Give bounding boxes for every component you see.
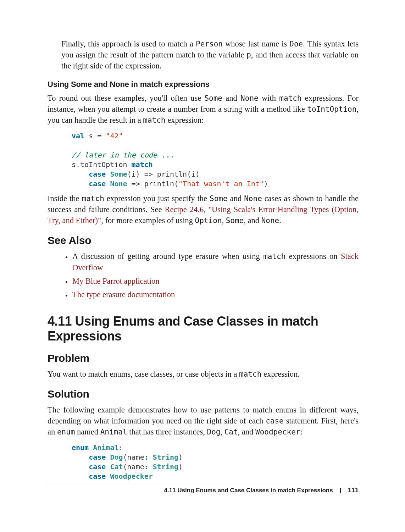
code-none: None bbox=[240, 94, 259, 102]
sp bbox=[89, 443, 93, 452]
indent bbox=[72, 462, 89, 471]
sig: ) bbox=[178, 462, 183, 471]
cls-string: String bbox=[153, 462, 178, 471]
code-text: => println( bbox=[127, 179, 179, 188]
text: : bbox=[300, 427, 302, 436]
cls-none: None bbox=[110, 179, 127, 188]
kw-val: val bbox=[72, 132, 84, 140]
text: and bbox=[222, 94, 240, 102]
code-p: p bbox=[246, 51, 251, 59]
sp bbox=[106, 472, 110, 481]
comment: // later in the code ... bbox=[72, 151, 174, 159]
list-item: A discussion of getting around type eras… bbox=[72, 251, 359, 273]
text: Finally, this approach is used to match … bbox=[61, 39, 196, 48]
code-dog: Dog bbox=[207, 428, 220, 436]
text: , bbox=[222, 216, 226, 225]
code-text bbox=[106, 170, 110, 178]
code-block-2: enum Animal: case Dog(name: String) case… bbox=[72, 443, 359, 481]
code-match2: match bbox=[143, 116, 165, 124]
sig: ) bbox=[178, 453, 183, 461]
colon: : bbox=[118, 443, 123, 452]
code-none2: None bbox=[261, 216, 279, 225]
kw-case: case bbox=[89, 462, 106, 471]
cls-woodpecker: Woodpecker bbox=[110, 472, 152, 481]
code-woodpecker: Woodpecker bbox=[255, 428, 300, 436]
code-text: ) bbox=[264, 179, 268, 188]
text: , and bbox=[238, 427, 255, 436]
section-heading-4-11: 4.11 Using Enums and Case Classes in mat… bbox=[48, 314, 359, 344]
list-item: The type erasure documentation bbox=[72, 289, 359, 300]
sp bbox=[106, 453, 110, 461]
text: whose last name is bbox=[223, 39, 289, 48]
kw-case: case bbox=[89, 472, 106, 481]
text: You want to match enums, case classes, o… bbox=[48, 370, 239, 378]
page: Finally, this approach is used to match … bbox=[0, 0, 405, 532]
cls-dog: Dog bbox=[110, 453, 123, 461]
text: expression you just specify the bbox=[104, 194, 210, 203]
text: , for more examples of using bbox=[101, 216, 195, 225]
text: that has three instances, bbox=[127, 427, 207, 436]
indent bbox=[72, 472, 89, 481]
code-match: match bbox=[82, 194, 104, 203]
code-match: match bbox=[239, 370, 261, 378]
code-text bbox=[106, 179, 110, 188]
text: To round out these examples, you'll ofte… bbox=[48, 94, 204, 102]
text: A discussion of getting around type eras… bbox=[72, 252, 263, 261]
code-animal: Animal bbox=[100, 428, 127, 436]
code-match: match bbox=[263, 252, 285, 261]
see-also-list: A discussion of getting around type eras… bbox=[48, 251, 359, 300]
type-erasure-link[interactable]: The type erasure documentation bbox=[72, 290, 175, 299]
blue-parrot-link[interactable]: My Blue Parrot application bbox=[72, 277, 160, 286]
para-after-code: Inside the match expression you just spe… bbox=[48, 193, 359, 226]
code-some: Some bbox=[210, 194, 228, 203]
text: Inside the bbox=[48, 194, 82, 203]
intro-paragraph: Finally, this approach is used to match … bbox=[48, 38, 359, 71]
heading-solution: Solution bbox=[48, 388, 359, 400]
sp bbox=[106, 462, 110, 471]
code-some: Some bbox=[204, 94, 222, 102]
sig: (name bbox=[123, 462, 144, 471]
str-msg: "That wasn't an Int" bbox=[178, 179, 264, 188]
text: . bbox=[279, 216, 281, 225]
cls-string: String bbox=[153, 453, 178, 461]
page-footer: 4.11 Using Enums and Case Classes in mat… bbox=[48, 483, 359, 494]
str-42: "42" bbox=[106, 132, 123, 140]
text: and bbox=[228, 194, 244, 203]
footer-separator: | bbox=[334, 487, 346, 494]
footer-title: 4.11 Using Enums and Case Classes in mat… bbox=[164, 487, 333, 494]
code-block-1: val s = "42" // later in the code ... s.… bbox=[72, 131, 359, 189]
indent bbox=[72, 453, 89, 461]
text: expression: bbox=[166, 116, 204, 124]
colon: : bbox=[144, 462, 153, 471]
list-item: My Blue Parrot application bbox=[72, 276, 359, 287]
text: expressions on bbox=[285, 252, 341, 261]
para-some-none: To round out these examples, you'll ofte… bbox=[48, 93, 359, 126]
cls-animal: Animal bbox=[93, 443, 118, 452]
code-text bbox=[72, 179, 89, 188]
heading-some-none: Using Some and None in match expressions bbox=[48, 80, 359, 89]
kw-case: case bbox=[89, 453, 106, 461]
code-match: match bbox=[279, 94, 301, 102]
code-option: Option bbox=[195, 216, 222, 225]
text: with bbox=[259, 94, 279, 102]
kw-match: match bbox=[132, 160, 153, 169]
heading-see-also: See Also bbox=[48, 234, 359, 246]
sig: (name bbox=[123, 453, 144, 461]
kw-enum: enum bbox=[72, 443, 89, 452]
code-tointoption: toIntOption bbox=[307, 105, 356, 113]
code-cat: Cat bbox=[224, 428, 238, 436]
problem-paragraph: You want to match enums, case classes, o… bbox=[48, 368, 359, 379]
code-text: s = bbox=[84, 132, 106, 140]
code-enum: enum bbox=[57, 428, 75, 436]
text: expression. bbox=[261, 370, 299, 378]
solution-paragraph: The following example demonstrates how t… bbox=[48, 404, 359, 437]
kw-case: case bbox=[89, 179, 106, 188]
code-text: s.toIntOption bbox=[72, 160, 132, 169]
cls-cat: Cat bbox=[110, 462, 123, 471]
code-some2: Some bbox=[226, 216, 244, 225]
code-doe: Doe bbox=[289, 40, 303, 48]
colon: : bbox=[144, 453, 153, 461]
text: named bbox=[75, 427, 100, 436]
code-case: case bbox=[266, 417, 284, 425]
text: , bbox=[220, 427, 224, 436]
